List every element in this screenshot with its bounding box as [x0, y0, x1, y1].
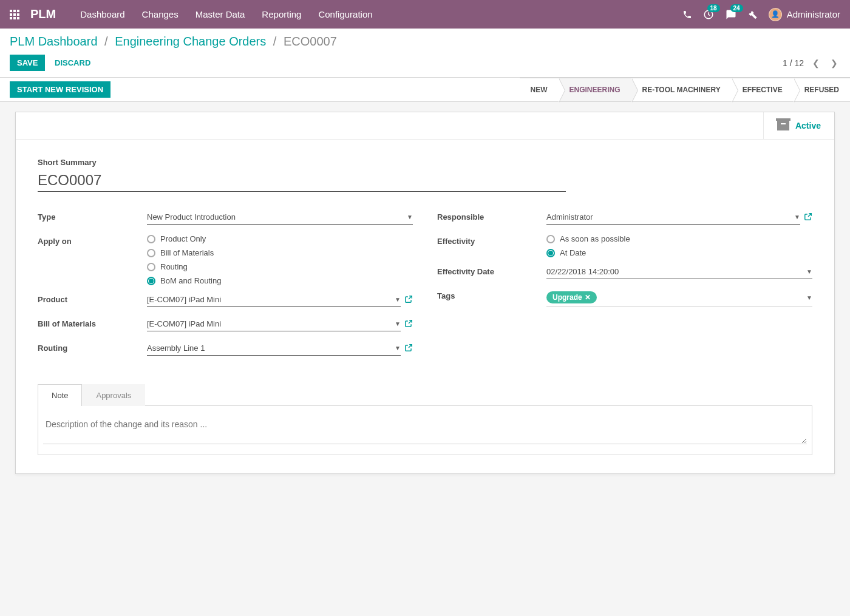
caret-down-icon: ▼ — [395, 320, 401, 327]
radio-asap[interactable]: As soon as possible — [546, 234, 630, 243]
apps-icon[interactable] — [10, 10, 19, 19]
bom-label: Bill of Materials — [38, 317, 147, 328]
radio-product-only[interactable]: Product Only — [147, 234, 221, 243]
effectivity-radios: As soon as possible At Date — [546, 234, 630, 257]
summary-label: Short Summary — [38, 158, 812, 167]
topbar: PLM Dashboard Changes Master Data Report… — [0, 0, 850, 29]
responsible-select[interactable]: Administrator ▼ — [546, 210, 800, 225]
effectivity-date-input[interactable]: 02/22/2018 14:20:00 ▼ — [546, 265, 812, 279]
effectivity-date-label: Effectivity Date — [437, 265, 546, 276]
top-nav: Dashboard Changes Master Data Reporting … — [80, 9, 372, 19]
nav-master-data[interactable]: Master Data — [195, 9, 245, 19]
caret-down-icon: ▼ — [806, 294, 812, 301]
sheet-background: Active Short Summary Type New Product In… — [0, 102, 850, 484]
breadcrumb-dashboard[interactable]: PLM Dashboard — [10, 35, 98, 48]
caret-down-icon: ▼ — [794, 214, 800, 220]
statusbar: START NEW REVISION NEW ENGINEERING RE-TO… — [0, 78, 850, 102]
tab-approvals[interactable]: Approvals — [82, 384, 145, 406]
user-menu[interactable]: 👤 Administrator — [769, 8, 840, 21]
status-steps: NEW ENGINEERING RE-TOOL MACHINERY EFFECT… — [520, 78, 851, 101]
caret-down-icon: ▼ — [395, 296, 401, 303]
apply-on-radios: Product Only Bill of Materials Routing B… — [147, 234, 221, 285]
type-select[interactable]: New Product Introduction ▼ — [147, 210, 413, 225]
step-retool[interactable]: RE-TOOL MACHINERY — [631, 78, 732, 101]
step-refused[interactable]: REFUSED — [794, 78, 850, 101]
radio-at-date[interactable]: At Date — [546, 248, 630, 257]
summary-input[interactable] — [38, 169, 566, 192]
tag-upgrade[interactable]: Upgrade✕ — [546, 291, 597, 303]
product-label: Product — [38, 293, 147, 304]
routing-external-link-icon[interactable] — [404, 344, 413, 354]
notebook-tabs: Note Approvals — [38, 384, 812, 406]
control-panel: PLM Dashboard / Engineering Change Order… — [0, 29, 850, 78]
tools-icon[interactable] — [748, 10, 758, 19]
phone-icon[interactable] — [682, 10, 692, 19]
user-name: Administrator — [787, 9, 840, 19]
discard-button[interactable]: DISCARD — [47, 55, 98, 71]
step-new[interactable]: NEW — [520, 78, 559, 101]
caret-down-icon: ▼ — [806, 268, 812, 275]
step-engineering[interactable]: ENGINEERING — [559, 78, 631, 101]
note-textarea[interactable] — [43, 415, 807, 444]
radio-routing[interactable]: Routing — [147, 262, 221, 271]
breadcrumb-eco-list[interactable]: Engineering Change Orders — [115, 35, 266, 48]
save-button[interactable]: SAVE — [10, 55, 45, 71]
product-select[interactable]: [E-COM07] iPad Mini ▼ — [147, 293, 401, 307]
nav-changes[interactable]: Changes — [142, 9, 178, 19]
nav-configuration[interactable]: Configuration — [318, 9, 372, 19]
responsible-label: Responsible — [437, 210, 546, 222]
pager-prev[interactable]: ❮ — [810, 56, 822, 70]
tags-label: Tags — [437, 289, 546, 300]
form-sheet: Active Short Summary Type New Product In… — [15, 112, 835, 474]
caret-down-icon: ▼ — [395, 345, 401, 351]
bom-select[interactable]: [E-COM07] iPad Mini ▼ — [147, 317, 401, 331]
avatar: 👤 — [769, 8, 782, 21]
pager-text: 1 / 12 — [783, 58, 804, 68]
radio-bom[interactable]: Bill of Materials — [147, 248, 221, 257]
right-column: Responsible Administrator ▼ Eff — [437, 210, 812, 365]
breadcrumb-current: ECO0007 — [284, 35, 337, 48]
chat-icon[interactable]: 24 — [725, 9, 737, 20]
activity-badge: 18 — [707, 4, 720, 12]
button-box: Active — [16, 112, 834, 140]
radio-bom-routing[interactable]: BoM and Routing — [147, 276, 221, 285]
topbar-right: 18 24 👤 Administrator — [682, 8, 840, 21]
product-external-link-icon[interactable] — [404, 295, 413, 305]
brand[interactable]: PLM — [30, 7, 56, 21]
chat-badge: 24 — [730, 4, 743, 12]
tags-input[interactable]: Upgrade✕ ▼ — [546, 289, 812, 306]
form-body: Short Summary Type New Product Introduct… — [16, 140, 834, 473]
breadcrumb: PLM Dashboard / Engineering Change Order… — [10, 35, 840, 49]
notebook-page-note — [38, 406, 812, 455]
pager-next[interactable]: ❯ — [828, 56, 840, 70]
start-revision-button[interactable]: START NEW REVISION — [10, 81, 110, 98]
step-effective[interactable]: EFFECTIVE — [732, 78, 794, 101]
active-toggle[interactable]: Active — [763, 112, 834, 139]
apply-on-label: Apply on — [38, 234, 147, 246]
left-column: Type New Product Introduction ▼ Apply on — [38, 210, 413, 365]
tag-remove-icon[interactable]: ✕ — [585, 293, 591, 302]
nav-dashboard[interactable]: Dashboard — [80, 9, 124, 19]
archive-icon — [777, 121, 789, 130]
activity-icon[interactable]: 18 — [703, 9, 714, 20]
type-label: Type — [38, 210, 147, 222]
responsible-external-link-icon[interactable] — [804, 212, 812, 223]
routing-select[interactable]: Assembly Line 1 ▼ — [147, 341, 401, 356]
tab-note[interactable]: Note — [38, 384, 82, 406]
bom-external-link-icon[interactable] — [404, 319, 413, 330]
caret-down-icon: ▼ — [407, 214, 413, 220]
nav-reporting[interactable]: Reporting — [262, 9, 301, 19]
effectivity-label: Effectivity — [437, 234, 546, 246]
routing-label: Routing — [38, 341, 147, 353]
pager: 1 / 12 ❮ ❯ — [783, 56, 840, 70]
